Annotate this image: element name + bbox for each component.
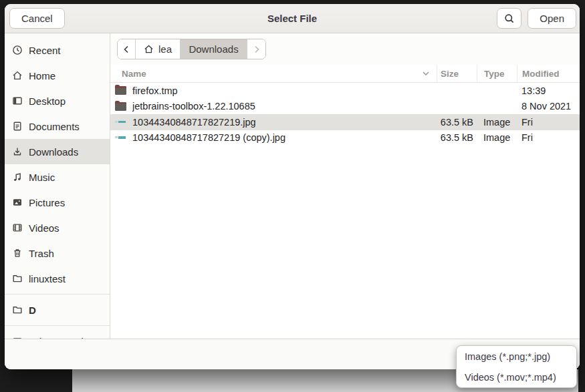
file-row-jetbrains-toolbox[interactable]: jetbrains-toolbox-1.22.10685 8 Nov 2021 (110, 99, 580, 115)
sidebar-item-label: Home (29, 70, 55, 81)
column-headers: Name Size Type Modified (110, 65, 580, 83)
open-button[interactable]: Open (528, 8, 576, 29)
file-name: firefox.tmp (132, 85, 178, 96)
places-sidebar: Recent Home Desktop (5, 33, 110, 339)
folder-icon (115, 86, 126, 95)
sidebar-item-trash[interactable]: Trash (5, 240, 110, 266)
file-size: 63.5 kB (437, 117, 477, 128)
sidebar-item-label: Videos (29, 222, 60, 234)
file-chooser-dialog: Select File Cancel Open Recent (5, 4, 580, 369)
breadcrumb: lea Downloads (117, 39, 266, 59)
document-icon (12, 121, 23, 132)
filter-option-videos[interactable]: Videos (*.mov;*.mp4) (457, 367, 576, 387)
sidebar-item-label: D (29, 305, 36, 316)
breadcrumb-current-label: Downloads (189, 43, 238, 55)
file-filter-popup: Images (*.png;*.jpg) Videos (*.mov;*.mp4… (456, 345, 577, 388)
picture-icon (12, 197, 23, 208)
sidebar-item-d[interactable]: D (5, 297, 110, 323)
column-label: Name (122, 69, 146, 79)
file-type: Image (477, 132, 517, 143)
column-header-size[interactable]: Size (437, 65, 477, 82)
column-header-modified[interactable]: Modified (517, 65, 580, 82)
sidebar-item-label: linuxtest (29, 273, 66, 284)
sort-chevron-down-icon (422, 71, 430, 76)
sidebar-item-videos[interactable]: Videos (5, 215, 110, 240)
chevron-left-icon (123, 45, 130, 53)
sidebar-item-label: Desktop (29, 95, 66, 107)
trash-icon (12, 248, 23, 258)
folder-icon (12, 305, 23, 315)
search-icon (504, 13, 515, 24)
chevron-right-icon (253, 45, 260, 53)
desktop-icon (12, 95, 23, 106)
cancel-button[interactable]: Cancel (9, 8, 65, 29)
file-row-firefox-tmp[interactable]: firefox.tmp 13:39 (110, 83, 580, 99)
sidebar-separator (5, 294, 110, 295)
breadcrumb-home-label: lea (158, 43, 172, 55)
sidebar-item-pictures[interactable]: Pictures (5, 190, 110, 215)
sidebar-item-label: Documents (29, 121, 80, 132)
file-name: jetbrains-toolbox-1.22.10685 (132, 101, 255, 112)
path-bar: lea Downloads (110, 33, 580, 65)
sidebar-item-recent[interactable]: Recent (5, 37, 110, 63)
sidebar-item-music[interactable]: Music (5, 164, 110, 190)
sidebar-item-label: Trash (29, 248, 54, 259)
folder-icon (12, 273, 23, 284)
sidebar-item-documents[interactable]: Documents (5, 114, 110, 139)
image-thumbnail-icon (115, 136, 126, 139)
file-pane: lea Downloads Name (110, 33, 580, 339)
dialog-content: Recent Home Desktop (5, 33, 580, 339)
file-modified: 13:39 (517, 85, 580, 96)
file-type: Image (477, 117, 517, 128)
sidebar-item-label: Music (29, 172, 55, 183)
back-button[interactable] (118, 39, 136, 59)
clock-icon (12, 45, 23, 55)
column-label: Modified (522, 69, 560, 79)
sidebar-item-label: Pictures (29, 197, 65, 208)
home-icon (144, 44, 154, 54)
sidebar-item-desktop[interactable]: Desktop (5, 88, 110, 114)
file-row-jpg-copy[interactable]: 10344340848717827219 (copy).jpg 63.5 kB … (110, 130, 580, 146)
breadcrumb-home[interactable]: lea (136, 39, 181, 59)
column-header-name[interactable]: Name (110, 65, 437, 82)
file-modified: Fri (517, 117, 580, 128)
dialog-title: Select File (5, 13, 580, 24)
sidebar-separator (5, 325, 110, 326)
file-modified: 8 Nov 2021 (517, 101, 580, 112)
sidebar-item-home[interactable]: Home (5, 63, 110, 88)
sidebar-item-other-locations[interactable]: Other Locations (5, 329, 110, 339)
forward-button[interactable] (247, 39, 265, 59)
sidebar-item-label: Recent (29, 45, 61, 56)
column-label: Type (484, 69, 505, 79)
column-header-type[interactable]: Type (477, 65, 517, 82)
column-label: Size (441, 69, 459, 79)
image-thumbnail-icon (115, 121, 126, 124)
folder-icon (115, 102, 126, 111)
file-size: 63.5 kB (437, 132, 477, 143)
file-modified: Fri (517, 132, 580, 143)
file-row-jpg-selected[interactable]: 10344340848717827219.jpg 63.5 kB Image F… (110, 114, 580, 130)
file-list: firefox.tmp 13:39 jetbrains-toolbox-1.22… (110, 83, 580, 339)
dialog-titlebar: Select File Cancel Open (5, 4, 580, 33)
search-button[interactable] (497, 8, 521, 29)
breadcrumb-current-folder[interactable]: Downloads (181, 39, 247, 59)
file-name: 10344340848717827219.jpg (132, 117, 256, 128)
download-icon (12, 146, 23, 157)
home-icon (12, 70, 23, 81)
sidebar-item-downloads[interactable]: Downloads (5, 139, 110, 164)
filter-option-images[interactable]: Images (*.png;*.jpg) (457, 346, 576, 367)
sidebar-item-label: Downloads (29, 146, 78, 158)
sidebar-item-linuxtest[interactable]: linuxtest (5, 266, 110, 291)
film-icon (12, 222, 23, 233)
file-name: 10344340848717827219 (copy).jpg (132, 132, 285, 143)
music-note-icon (12, 172, 23, 182)
